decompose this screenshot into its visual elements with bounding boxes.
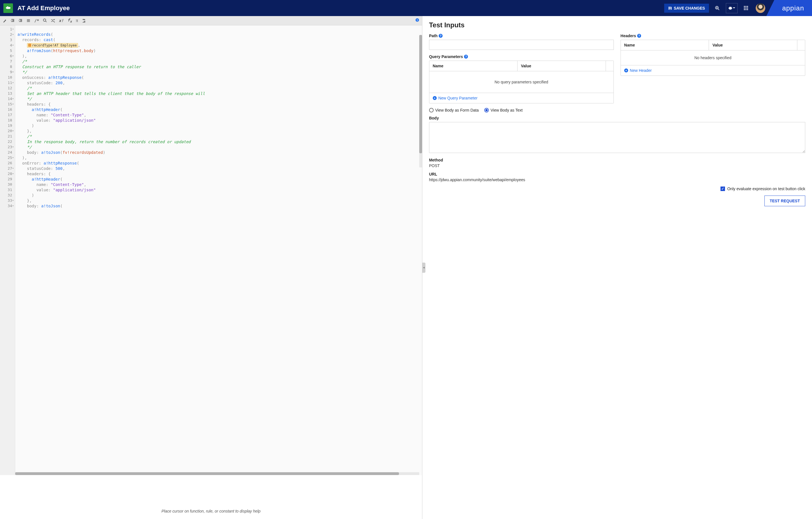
comment-icon[interactable]: /* <box>34 18 39 23</box>
body-view-radio: View Body as Form Data View Body as Text <box>429 108 805 112</box>
magic-wand-icon[interactable] <box>3 19 7 23</box>
svg-rect-3 <box>747 6 748 7</box>
save-button[interactable]: SAVE CHANGES <box>664 4 709 13</box>
x-factorial-icon[interactable]: x! <box>59 18 64 23</box>
editor-panel: /* x! fx π ? 123456789101112131415161718… <box>0 16 422 519</box>
query-params-table: Name Value No query parameters specified… <box>429 61 614 103</box>
collapse-handle[interactable] <box>422 263 426 273</box>
svg-rect-8 <box>746 9 746 10</box>
only-evaluate-checkbox-row: Only evaluate expression on test button … <box>429 187 805 191</box>
svg-rect-1 <box>744 6 745 7</box>
test-request-button[interactable]: TEST REQUEST <box>764 195 805 206</box>
indent-icon[interactable] <box>19 19 23 23</box>
chevron-down-icon <box>733 7 735 9</box>
apps-grid-icon[interactable] <box>741 3 751 13</box>
test-inputs-title: Test Inputs <box>429 21 805 29</box>
svg-rect-6 <box>747 7 748 8</box>
svg-rect-4 <box>744 7 745 8</box>
horizontal-scrollbar[interactable] <box>15 472 419 475</box>
settings-dropdown[interactable] <box>726 3 738 13</box>
svg-text:?: ? <box>416 19 418 22</box>
method-field: Method POST <box>429 158 805 168</box>
main: /* x! fx π ? 123456789101112131415161718… <box>0 16 812 519</box>
shuffle-icon[interactable] <box>51 19 55 23</box>
new-header-link[interactable]: +New Header <box>621 65 805 76</box>
view-form-data-radio[interactable]: View Body as Form Data <box>429 108 479 112</box>
help-icon[interactable]: ? <box>439 34 443 38</box>
only-evaluate-checkbox[interactable] <box>721 187 725 191</box>
app-logo <box>3 3 13 13</box>
search-icon[interactable] <box>43 19 47 23</box>
path-input[interactable] <box>429 40 614 50</box>
help-icon[interactable]: ? <box>637 34 641 38</box>
svg-rect-2 <box>746 6 746 7</box>
headers-section: Headers? Name Value No headers specified… <box>620 33 805 103</box>
list-icon[interactable] <box>26 19 30 23</box>
view-text-radio[interactable]: View Body as Text <box>484 108 523 112</box>
svg-rect-7 <box>744 9 745 10</box>
line-gutter: 1234567891011121314151617181920212223242… <box>0 25 15 475</box>
help-icon[interactable]: ? <box>415 18 419 23</box>
outdent-icon[interactable] <box>11 19 14 23</box>
new-query-parameter-link[interactable]: +New Query Parameter <box>429 93 613 103</box>
vertical-scrollbar[interactable] <box>419 35 422 167</box>
help-icon[interactable]: ? <box>464 55 468 59</box>
svg-point-10 <box>44 19 46 21</box>
fx-icon[interactable]: fx <box>67 18 72 23</box>
export-icon[interactable] <box>82 19 86 23</box>
svg-rect-9 <box>747 9 748 10</box>
appian-brand: appian <box>774 0 812 16</box>
header: AT Add Employee SAVE CHANGES appian <box>0 0 812 16</box>
editor-toolbar: /* x! fx π ? <box>0 16 422 25</box>
header-actions: SAVE CHANGES appian <box>664 0 812 16</box>
code-editor[interactable]: 1234567891011121314151617181920212223242… <box>0 25 422 475</box>
headers-table: Name Value No headers specified +New Hea… <box>620 40 805 76</box>
record-type-chip[interactable]: recordType!AT Employee <box>27 43 78 48</box>
pi-icon[interactable]: π <box>76 18 78 23</box>
code-content[interactable]: a!writeRecords( records: cast( recordTyp… <box>15 25 422 475</box>
page-title: AT Add Employee <box>18 4 664 12</box>
help-hint: Place cursor on function, rule, or const… <box>0 475 422 519</box>
search-globe-icon[interactable] <box>712 3 722 13</box>
path-section: Path? Query Parameters? Name Value No qu… <box>429 33 614 103</box>
svg-rect-5 <box>746 7 746 8</box>
test-panel: Test Inputs Path? Query Parameters? Name… <box>422 16 812 519</box>
body-textarea[interactable] <box>429 122 805 153</box>
url-field: URL https://jdwu.appian.community/suite/… <box>429 172 805 182</box>
user-avatar[interactable] <box>756 3 765 13</box>
